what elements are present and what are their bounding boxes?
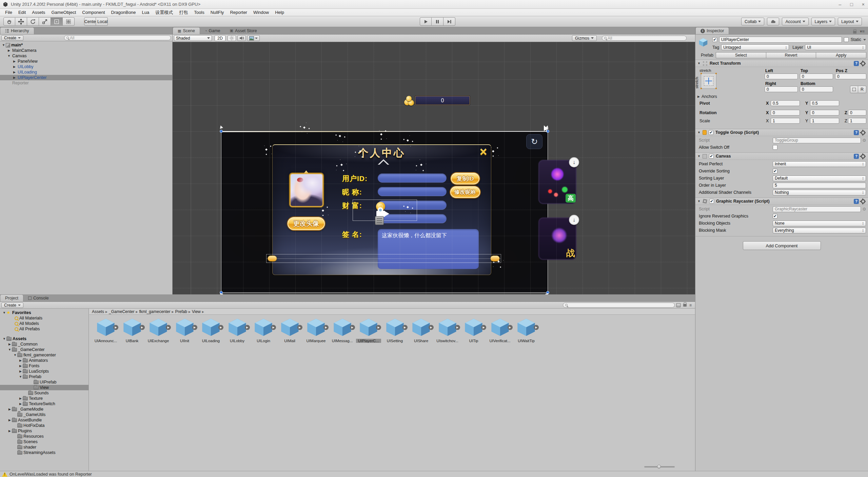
project-asset[interactable]: ▶ UIPlayerC... [356,317,381,343]
prefab-expand-icon[interactable]: ▶ [140,325,145,330]
prefab-expand-icon[interactable]: ▶ [245,325,250,330]
prefab-action-button[interactable]: Select [716,52,766,58]
selection-handle[interactable] [220,130,223,133]
rect-right-field[interactable]: 0 [765,86,798,92]
foldout-icon[interactable]: ▼ [697,131,701,134]
prefab-expand-icon[interactable]: ▶ [192,325,197,330]
prefab-action-button[interactable]: Apply [816,52,866,58]
foldout-icon[interactable]: ▼ [7,54,11,58]
lock-icon[interactable] [683,304,687,307]
project-tree-item[interactable]: ▶ Plugins [0,428,88,434]
gizmos-dropdown[interactable]: Gizmos [572,35,597,41]
project-tree-item[interactable]: All Materials [0,315,88,321]
help-icon[interactable]: ? [854,61,859,66]
minimize-button[interactable]: – [839,2,842,7]
menu-item[interactable]: DragonBone [108,10,139,15]
project-tree-item[interactable]: HotFixData [0,423,88,428]
collab-button[interactable]: Collab [741,18,764,25]
breadcrumb-item[interactable]: fkml_gamecenter ▸ [139,309,174,314]
project-tree-item[interactable]: All Models [0,321,88,326]
project-tree-item[interactable]: ▼ _GameCenter [0,347,88,352]
play-button[interactable] [420,17,432,26]
two-column-toggle-icon[interactable] [676,303,680,307]
hierarchy-item[interactable]: ▶ UILoading [0,69,172,75]
prefab-action-button[interactable]: Revert [766,52,816,58]
project-tree-item[interactable]: StreamingAssets [0,450,88,455]
project-asset[interactable]: ▶ UIWaitTip [514,317,539,343]
inspector-tab[interactable]: i Inspector [695,27,729,34]
project-asset[interactable]: ▶ UIBank [120,317,145,343]
status-bar[interactable]: OnLevelWasLoaded was found on Reporter [0,471,868,477]
foldout-icon[interactable]: ▶ [12,60,17,63]
graphic-raycaster-header[interactable]: ▼ ✔ Graphic Raycaster (Script) ? [695,198,868,205]
project-tree-item[interactable]: ▶ Texture [0,396,88,401]
pivot-y-field[interactable]: 0.5 [810,100,839,106]
scene-lighting-button[interactable] [228,35,236,41]
project-asset[interactable]: ▶ UIMail [277,317,302,343]
project-tree-item[interactable]: ▼ Favorites [0,310,88,315]
foldout-icon[interactable]: ▼ [697,154,701,158]
breadcrumb-item[interactable]: Prefab ▸ [175,309,191,314]
scale-z-field[interactable]: 1 [848,118,866,124]
rotation-z-field[interactable]: 0 [848,110,866,116]
avatar[interactable] [290,173,323,207]
foldout-icon[interactable]: ▼ [697,62,701,65]
ignore-reversed-checkbox[interactable]: ✔ [773,214,777,219]
move-tool-button[interactable] [15,17,27,26]
foldout-icon[interactable]: ▶ [18,359,23,362]
prefab-expand-icon[interactable]: ▶ [455,325,460,330]
menu-item[interactable]: 设置模式 [152,9,176,16]
project-asset[interactable]: ▶ UIAnnounc... [93,317,118,343]
project-asset[interactable]: ▶ UILogin [251,317,276,343]
project-tree-item[interactable]: ▶ _Common [0,341,88,347]
component-enabled-checkbox[interactable]: ✔ [709,130,713,135]
anchors-foldout[interactable]: ▶Anchors [697,94,717,99]
foldout-icon[interactable]: ▶ [7,418,12,422]
hierarchy-item[interactable]: ▶ MainCamera [0,48,172,53]
project-asset[interactable]: ▶ UIVerificat... [488,317,513,343]
component-enabled-checkbox[interactable]: ✔ [709,154,714,159]
project-tree-item[interactable]: ▶ Fonts [0,363,88,369]
allow-switch-off-checkbox[interactable] [773,145,777,150]
project-tree-item[interactable]: ▼ fkml_gamecenter [0,352,88,358]
rect-posz-field[interactable]: 0 [835,74,866,79]
transform-tool-button[interactable] [63,17,75,26]
project-create-button[interactable]: Create [1,303,23,308]
download-badge[interactable]: ↓ [569,215,579,225]
rect-tool-button[interactable] [51,17,63,26]
asset-zoom-slider[interactable] [644,466,675,468]
foldout-icon[interactable]: ▶ [7,343,12,346]
project-tree-item[interactable]: _GameUtils [0,412,88,417]
layers-button[interactable]: Layers [811,18,835,25]
component-enabled-checkbox[interactable]: ✔ [709,199,714,204]
prefab-expand-icon[interactable]: ▶ [166,325,171,330]
foldout-icon[interactable]: ▼ [2,337,6,340]
prefab-expand-icon[interactable]: ▶ [218,325,223,330]
project-tree-item[interactable]: ▶ Animators [0,358,88,363]
rect-left-field[interactable]: 0 [765,74,798,79]
prefab-expand-icon[interactable]: ▶ [508,325,513,330]
help-icon[interactable]: ? [854,199,859,204]
project-tree-item[interactable]: ▼ Assets [0,336,88,341]
project-tree-item[interactable]: ▶ TextureSwitch [0,401,88,407]
pixel-perfect-dropdown[interactable]: Inherit↕ [773,161,866,167]
prefab-expand-icon[interactable]: ▶ [297,325,302,330]
gear-icon[interactable] [861,154,865,159]
project-tree-item[interactable]: ▼ Prefab [0,374,88,379]
blocking-objects-dropdown[interactable]: None↕ [773,221,866,226]
project-tree-item[interactable]: shader [0,444,88,450]
scale-y-field[interactable]: 1 [810,118,839,124]
userid-input[interactable] [378,173,447,183]
project-tree-item[interactable]: All Prefabs [0,326,88,332]
hierarchy-search-input[interactable]: All [64,35,171,40]
toggle-2d-button[interactable]: 2D [215,35,225,41]
anchor-preset-widget[interactable] [701,73,716,89]
project-asset[interactable]: ▶ UILobby [225,317,250,343]
prefab-expand-icon[interactable]: ▶ [481,325,486,330]
project-asset[interactable]: ▶ UIswitchov... [435,317,460,343]
rect-bottom-field[interactable]: 0 [800,86,833,92]
scene-audio-button[interactable] [237,35,246,41]
foldout-icon[interactable]: ▶ [18,370,23,373]
static-checkbox[interactable] [844,37,849,42]
rect-top-field[interactable]: 0 [800,74,833,79]
